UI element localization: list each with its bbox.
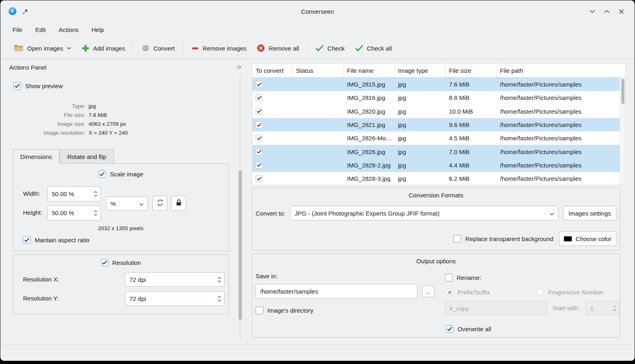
checkbox-box <box>101 259 108 267</box>
menu-actions[interactable]: Actions <box>58 25 79 34</box>
row-convert-checkbox[interactable] <box>256 162 262 169</box>
column-header-image-type[interactable]: Image type <box>395 63 446 77</box>
choose-color-button[interactable]: Choose color <box>559 231 616 246</box>
row-image-type: jpg <box>395 118 446 131</box>
row-status <box>293 172 344 185</box>
minimize-icon[interactable] <box>588 8 596 15</box>
column-header-status[interactable]: Status <box>293 63 344 77</box>
menu-file[interactable]: File <box>12 25 23 34</box>
open-images-button[interactable]: Open images <box>8 41 76 55</box>
replace-background-checkbox[interactable]: Replace transparent background <box>453 235 553 243</box>
tab-rotate-and-flip[interactable]: Rotate and flip <box>59 149 114 164</box>
table-row[interactable]: IMG_2828-2.jpgjpg4.4 MiB/home/faster/Pic… <box>252 159 620 172</box>
table-row[interactable]: IMG_2826-Mo...jpg4.5 MiB/home/faster/Pic… <box>252 131 620 145</box>
rename-checkbox[interactable]: Rename: <box>445 274 481 281</box>
row-convert-checkbox[interactable] <box>256 175 262 182</box>
prefix-suffix-radio[interactable]: Prefix/Suffix <box>446 288 490 296</box>
row-image-type: jpg <box>395 91 446 104</box>
unit-dropdown[interactable]: % <box>106 197 148 210</box>
window-title: Converseen <box>301 8 334 15</box>
table-row[interactable]: IMG_2815.jpgjpg7.6 MiB/home/faster/Pictu… <box>252 78 620 91</box>
row-image-type: jpg <box>395 105 446 118</box>
spinner-arrows[interactable] <box>218 277 221 283</box>
row-convert-checkbox[interactable] <box>256 108 262 115</box>
show-preview-label: Show preview <box>25 83 63 89</box>
float-panel-icon[interactable] <box>237 64 241 71</box>
images-directory-checkbox[interactable]: Image's directory <box>256 307 313 314</box>
start-with-spinner[interactable]: 1 <box>586 301 620 315</box>
resolution-x-spinner[interactable]: 72 dpi <box>125 272 224 287</box>
spinner-arrows[interactable] <box>94 191 97 197</box>
column-header-to-convert[interactable]: To convert <box>252 63 293 77</box>
row-status <box>293 159 344 172</box>
remove-all-button[interactable]: Remove all <box>252 41 304 55</box>
spinner-arrows[interactable] <box>613 305 616 311</box>
tab-dimensions[interactable]: Dimensions <box>13 149 59 164</box>
actions-panel-scrollbar[interactable] <box>238 75 242 341</box>
menu-edit[interactable]: Edit <box>34 25 47 34</box>
overwrite-all-label: Overwrite all <box>457 326 491 332</box>
lock-ratio-button[interactable] <box>171 196 186 211</box>
remove-images-button[interactable]: Remove images <box>186 41 252 55</box>
gear-icon <box>142 44 150 52</box>
save-path-input[interactable] <box>256 284 417 298</box>
file-table-scrollbar[interactable] <box>620 78 625 185</box>
table-row[interactable]: IMG_2820.jpgjpg10.0 MiB/home/faster/Pict… <box>252 105 620 118</box>
overwrite-all-checkbox[interactable]: Overwrite all <box>446 325 491 333</box>
check-button[interactable]: Check <box>310 42 350 55</box>
row-convert-checkbox[interactable] <box>256 121 262 128</box>
width-spinner[interactable]: 50.00 % <box>47 186 101 201</box>
check-all-button[interactable]: Check all <box>350 42 397 55</box>
row-convert-checkbox[interactable] <box>256 81 262 88</box>
scrollbar-thumb[interactable] <box>621 79 624 104</box>
save-in-label: Save in: <box>256 273 277 279</box>
resolution-checkbox[interactable]: Resolution <box>101 259 141 267</box>
toolbar-separator <box>183 42 183 54</box>
column-header-file-size[interactable]: File size <box>446 63 497 77</box>
folder-icon <box>14 44 23 52</box>
scrollbar-thumb[interactable] <box>239 170 242 320</box>
row-image-type: jpg <box>395 78 446 91</box>
scale-image-checkbox[interactable]: Scale image <box>98 170 144 178</box>
column-header-file-path[interactable]: File path <box>497 63 625 77</box>
images-directory-label: Image's directory <box>267 307 313 314</box>
format-dropdown[interactable]: JPG - (Joint Photographic Experts Group … <box>290 206 558 220</box>
actions-panel: Actions Panel Show preview Type: jpg Fil… <box>0 59 246 341</box>
add-images-button[interactable]: Add images <box>76 41 130 55</box>
spinner-arrows[interactable] <box>94 210 97 216</box>
rename-pattern-input[interactable] <box>445 301 547 315</box>
show-preview-checkbox[interactable]: Show preview <box>13 82 63 90</box>
height-label: Height: <box>23 209 42 217</box>
file-table-body: IMG_2815.jpgjpg7.6 MiB/home/faster/Pictu… <box>252 78 620 185</box>
actions-panel-title: Actions Panel <box>9 64 47 71</box>
unit-value: % <box>110 200 116 207</box>
progressive-number-radio[interactable]: Progressive Number <box>536 288 603 296</box>
table-row[interactable]: IMG_2828-3.jpgjpg6.2 MiB/home/faster/Pic… <box>252 172 620 185</box>
table-row[interactable]: IMG_2821.jpgjpg9.6 MiB/home/faster/Pictu… <box>252 118 620 131</box>
row-status <box>293 118 344 131</box>
height-spinner[interactable]: 50.00 % <box>47 205 101 220</box>
row-convert-checkbox[interactable] <box>256 94 262 101</box>
row-file-name: IMG_2815.jpg <box>344 78 395 91</box>
menubar: File Edit Actions Help <box>0 21 635 38</box>
table-row[interactable]: IMG_2816.jpgjpg8.8 MiB/home/faster/Pictu… <box>252 91 620 104</box>
checkbox-box <box>445 274 453 281</box>
convert-label: Convert <box>153 45 175 52</box>
convert-button[interactable]: Convert <box>136 41 180 55</box>
width-value: 50.00 % <box>52 190 74 197</box>
row-convert-checkbox[interactable] <box>256 148 262 155</box>
resolution-y-spinner[interactable]: 72 dpi <box>125 291 224 306</box>
spinner-arrows[interactable] <box>218 296 221 302</box>
images-settings-button[interactable]: Images settings <box>563 206 616 220</box>
close-icon[interactable] <box>618 8 625 15</box>
maintain-aspect-checkbox[interactable]: Mantain aspect ratio <box>23 236 89 244</box>
browse-button[interactable]: ... <box>422 286 434 297</box>
table-row[interactable]: IMG_2826.jpgjpg7.0 MiB/home/faster/Pictu… <box>252 145 620 158</box>
menu-help[interactable]: Help <box>91 25 105 34</box>
row-file-path: /home/faster/Pictures/samples <box>497 105 620 118</box>
column-header-file-name[interactable]: File name <box>344 63 395 77</box>
reset-ratio-button[interactable] <box>152 196 167 211</box>
maximize-icon[interactable] <box>603 8 610 15</box>
minus-icon <box>191 44 199 52</box>
row-convert-checkbox[interactable] <box>256 135 262 142</box>
